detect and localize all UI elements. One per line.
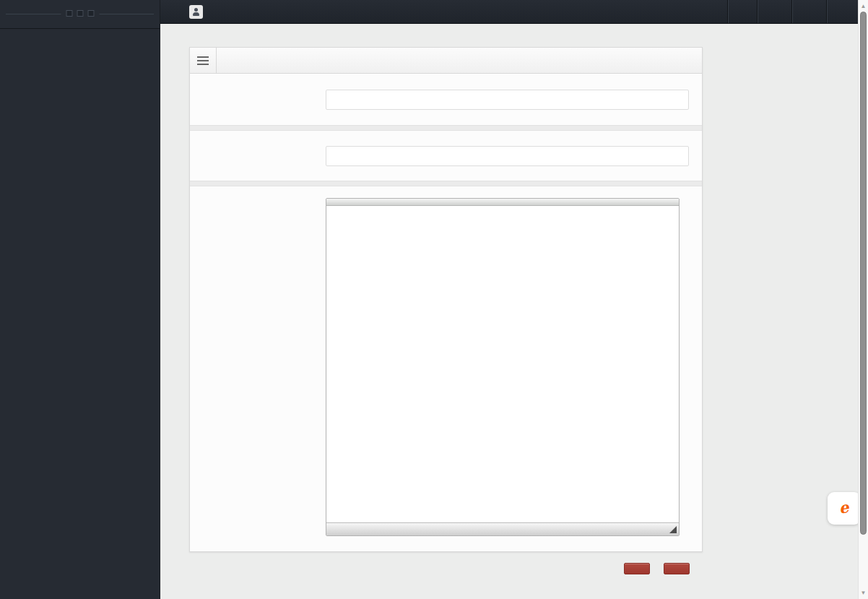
change-password-button[interactable] [757, 0, 791, 23]
title-row [190, 74, 702, 125]
content-row [190, 186, 702, 551]
resize-handle-icon[interactable] [669, 526, 677, 533]
sidebar-header [0, 0, 160, 29]
row-separator [190, 125, 702, 131]
1688-swirl-icon: e [838, 501, 850, 516]
panel-header [190, 48, 702, 74]
row-separator [190, 181, 702, 186]
alibaba-1688-logo[interactable]: e [828, 492, 861, 525]
sidebar-toggle-icon[interactable] [61, 10, 99, 17]
form-panel [189, 47, 703, 552]
hamburger-icon[interactable] [190, 48, 217, 73]
topbar [160, 0, 858, 24]
image-row [190, 131, 702, 181]
title-input[interactable] [326, 90, 689, 110]
editor-toolbar [326, 199, 679, 206]
scroll-up-icon[interactable]: ▲ [859, 3, 868, 9]
rich-text-editor [326, 198, 680, 536]
editor-statusbar [326, 522, 679, 535]
user-avatar-icon [189, 5, 203, 19]
submit-button[interactable] [624, 563, 650, 574]
scrollbar-thumb[interactable] [860, 12, 867, 535]
form-actions [624, 563, 690, 574]
reset-button[interactable] [664, 563, 690, 574]
logout-button[interactable] [791, 0, 826, 23]
sidebar [0, 0, 160, 599]
image-input[interactable] [326, 146, 689, 166]
page-scrollbar[interactable]: ▲ ▼ [858, 0, 868, 599]
topbar-filler [826, 0, 858, 23]
editor-content[interactable] [326, 206, 679, 522]
topbar-welcome [160, 0, 211, 23]
scroll-down-icon[interactable]: ▼ [859, 590, 868, 596]
datetime-display [727, 0, 757, 23]
